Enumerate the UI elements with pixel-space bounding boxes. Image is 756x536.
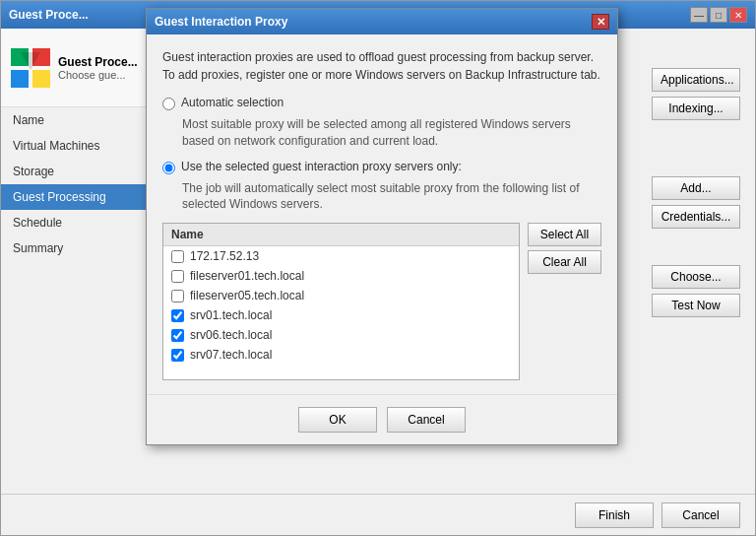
server-checkbox-4[interactable] <box>171 309 184 322</box>
server-checkbox-2[interactable] <box>171 270 184 283</box>
sidebar-item-vms[interactable]: Virtual Machines <box>1 133 149 159</box>
server-checkbox-6[interactable] <box>171 349 184 362</box>
server-checkbox-3[interactable] <box>171 290 184 302</box>
right-buttons3: Choose... Test Now <box>652 265 740 317</box>
clear-all-button[interactable]: Clear All <box>528 250 601 274</box>
dialog-body: Guest interaction proxies are used to of… <box>147 34 617 394</box>
dialog-close-button[interactable]: ✕ <box>592 14 609 30</box>
dialog-description: Guest interaction proxies are used to of… <box>162 48 601 84</box>
server-label-1: 172.17.52.13 <box>190 249 259 263</box>
indexing-button[interactable]: Indexing... <box>652 97 740 120</box>
veeam-logo-icon <box>11 48 50 88</box>
radio-selected-desc: The job will automatically select most s… <box>182 180 601 214</box>
radio-automatic[interactable] <box>162 98 175 110</box>
server-checkbox-5[interactable] <box>171 329 184 342</box>
server-list-container: Name 172.17.52.13 fileserver01.tech.loca… <box>162 223 601 380</box>
dialog-title-bar: Guest Interaction Proxy ✕ <box>147 9 617 34</box>
dialog: Guest Interaction Proxy ✕ Guest interact… <box>146 8 618 445</box>
bg-finish-button[interactable]: Finish <box>575 502 654 528</box>
bg-window-controls: — □ ✕ <box>690 7 747 23</box>
server-item-2[interactable]: fileserver01.tech.local <box>163 266 519 286</box>
radio-selected-row: Use the selected guest interaction proxy… <box>162 160 601 174</box>
radio-selected-label[interactable]: Use the selected guest interaction proxy… <box>181 160 462 173</box>
sidebar-item-schedule[interactable]: Schedule <box>1 210 149 235</box>
sidebar-subtitle: Choose gue... <box>58 69 138 81</box>
select-all-button[interactable]: Select All <box>528 223 601 246</box>
server-list-header: Name <box>163 224 519 246</box>
dialog-footer: OK Cancel <box>147 394 617 444</box>
sidebar-item-name[interactable]: Name <box>1 107 149 133</box>
right-buttons: Applications... Indexing... <box>652 68 740 120</box>
choose-button[interactable]: Choose... <box>652 265 740 289</box>
dialog-title-text: Guest Interaction Proxy <box>155 15 287 29</box>
radio-automatic-desc: Most suitable proxy will be selected amo… <box>182 116 601 150</box>
sidebar-nav: Name Virtual Machines Storage Guest Proc… <box>1 107 149 261</box>
server-label-2: fileserver01.tech.local <box>190 269 304 283</box>
server-item-4[interactable]: srv01.tech.local <box>163 305 519 325</box>
right-buttons2: Add... Credentials... <box>652 176 740 229</box>
bg-close-button[interactable]: ✕ <box>729 7 747 23</box>
radio-automatic-row: Automatic selection <box>162 96 601 110</box>
radio-selected[interactable] <box>162 162 175 174</box>
radio-automatic-label[interactable]: Automatic selection <box>181 96 284 109</box>
dialog-ok-button[interactable]: OK <box>298 407 377 433</box>
server-item-5[interactable]: srv06.tech.local <box>163 325 519 345</box>
svg-rect-2 <box>11 70 29 88</box>
test-now-button[interactable]: Test Now <box>652 294 740 317</box>
server-checkbox-1[interactable] <box>171 250 184 263</box>
bg-footer: Finish Cancel <box>1 494 755 535</box>
server-label-4: srv01.tech.local <box>190 308 272 322</box>
server-label-6: srv07.tech.local <box>190 348 272 362</box>
sidebar-item-summary[interactable]: Summary <box>1 235 149 261</box>
sidebar-header-text: Guest Proce... Choose gue... <box>58 55 138 81</box>
bg-maximize-button[interactable]: □ <box>710 7 727 23</box>
bg-minimize-button[interactable]: — <box>690 7 708 23</box>
sidebar-title: Guest Proce... <box>58 55 138 69</box>
applications-button[interactable]: Applications... <box>652 68 740 92</box>
svg-rect-3 <box>32 70 50 88</box>
list-buttons: Select All Clear All <box>528 223 601 380</box>
server-list-box: Name 172.17.52.13 fileserver01.tech.loca… <box>162 223 520 380</box>
bg-title-text: Guest Proce... <box>9 8 89 22</box>
add-button[interactable]: Add... <box>652 176 740 200</box>
server-item-1[interactable]: 172.17.52.13 <box>163 246 519 266</box>
sidebar-item-storage[interactable]: Storage <box>1 159 149 184</box>
server-item-6[interactable]: srv07.tech.local <box>163 345 519 365</box>
server-label-3: fileserver05.tech.local <box>190 289 304 302</box>
dialog-cancel-button[interactable]: Cancel <box>387 407 466 433</box>
server-label-5: srv06.tech.local <box>190 328 272 342</box>
bg-cancel-button[interactable]: Cancel <box>662 502 740 528</box>
sidebar-item-guest-processing[interactable]: Guest Processing <box>1 184 149 210</box>
sidebar-header: Guest Proce... Choose gue... <box>1 29 149 107</box>
server-item-3[interactable]: fileserver05.tech.local <box>163 286 519 305</box>
credentials-button[interactable]: Credentials... <box>652 205 740 229</box>
